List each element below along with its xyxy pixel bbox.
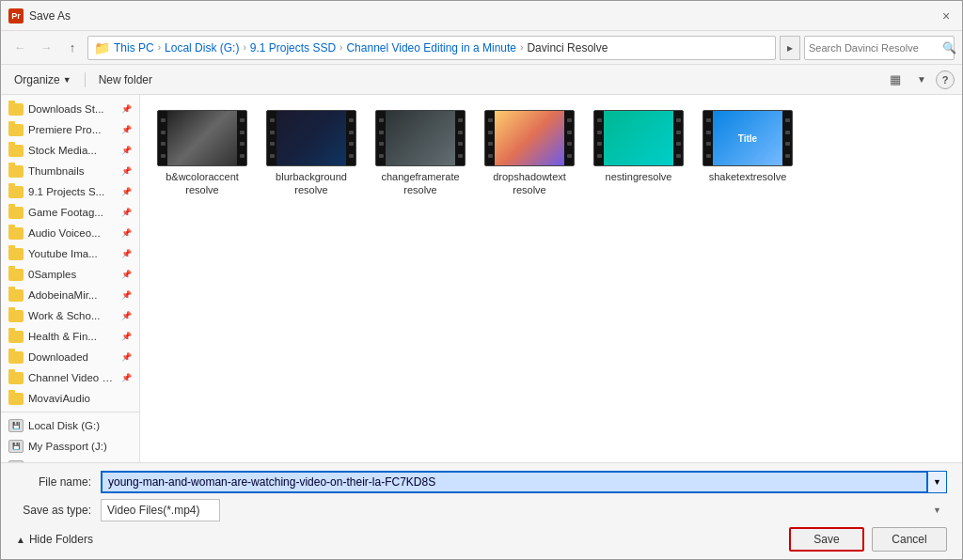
view-dropdown-button[interactable]: ▼ (909, 69, 934, 91)
film-strip-right (346, 111, 355, 165)
savetype-select[interactable]: Video Files(*.mp4) (101, 499, 220, 521)
folder-icon (8, 227, 24, 240)
breadcrumb-projects[interactable]: 9.1 Projects SSD (250, 41, 336, 54)
sidebar-item-premiere[interactable]: Premiere Pro... 📌 (1, 119, 139, 140)
help-button[interactable]: ? (936, 70, 955, 89)
filename-dropdown-arrow[interactable]: ▼ (928, 471, 947, 493)
file-thumbnail (593, 110, 684, 166)
sidebar-item-audio[interactable]: Audio Voiceo... 📌 (1, 223, 139, 243)
file-thumbnail (484, 110, 575, 166)
view-toggle-button[interactable]: ▦ (883, 69, 908, 91)
folder-icon (8, 248, 24, 260)
hide-folders-button[interactable]: ▲ Hide Folders (16, 533, 93, 546)
save-as-dialog: Pr Save As × ← → ↑ 📁 This PC › Local Dis… (0, 0, 963, 560)
file-item-framerate[interactable]: changeframerateresolve (373, 106, 467, 201)
up-button[interactable]: ↑ (61, 37, 84, 59)
toolbar-separator (85, 72, 86, 87)
refresh-button[interactable]: ▸ (780, 36, 800, 60)
savetype-row: Save as type: Video Files(*.mp4) (16, 499, 947, 521)
cancel-button[interactable]: Cancel (872, 527, 947, 552)
thumbnail-image (604, 111, 673, 165)
back-button[interactable]: ← (8, 37, 31, 59)
folder-icon (8, 145, 24, 157)
sidebar-item-game[interactable]: Game Footag... 📌 (1, 202, 139, 223)
sidebar-item-movavi[interactable]: MovaviAudio (1, 388, 139, 409)
sidebar-item-health[interactable]: Health & Fin... 📌 (1, 326, 139, 347)
thumbnail-image (167, 111, 237, 165)
pin-icon: 📌 (121, 228, 132, 238)
drive-icon: 💾 (8, 440, 24, 453)
pin-icon: 📌 (121, 249, 132, 258)
file-name: b&wcoloraccentresolve (166, 170, 239, 197)
film-strip-right (237, 111, 246, 165)
close-button[interactable]: × (938, 8, 955, 24)
sidebar-drive-passport1[interactable]: 💾 My Passport (J:) (1, 436, 139, 457)
file-thumbnail (375, 110, 466, 166)
folder-icon (8, 331, 24, 343)
file-item-blur[interactable]: blurbackgroundresolve (264, 106, 358, 201)
sidebar-item-work[interactable]: Work & Scho... 📌 (1, 305, 139, 326)
breadcrumb-bar: 📁 This PC › Local Disk (G:) › 9.1 Projec… (87, 36, 776, 60)
breadcrumb-channel[interactable]: Channel Video Editing in a Minute (346, 41, 516, 54)
breadcrumb-localdisk[interactable]: Local Disk (G:) (165, 41, 239, 54)
filename-row: File name: ▼ (16, 471, 947, 493)
filename-input[interactable] (101, 471, 928, 493)
sidebar-item-adobe[interactable]: AdobeinaMir... 📌 (1, 285, 139, 305)
sidebar-item-downloads[interactable]: Downloads St... 📌 (1, 99, 139, 119)
folder-icon (8, 310, 24, 322)
folder-icon (8, 372, 24, 384)
sidebar-item-thumbnails[interactable]: Thumbnails 📌 (1, 161, 139, 181)
thumbnail-image: Title (713, 111, 782, 165)
file-name: changeframerateresolve (381, 170, 459, 197)
file-name: shaketextresolve (709, 170, 787, 183)
folder-icon (8, 351, 24, 364)
sidebar-item-youtube[interactable]: Youtube Ima... 📌 (1, 243, 139, 264)
savetype-select-wrapper: Video Files(*.mp4) (101, 499, 947, 521)
sidebar-divider (1, 412, 139, 412)
sidebar-item-channel[interactable]: Channel Video E... 📌 (1, 367, 139, 388)
organize-button[interactable]: Organize ▼ (8, 69, 77, 91)
main-area: Downloads St... 📌 Premiere Pro... 📌 Stoc… (1, 95, 962, 462)
bottom-bar: File name: ▼ Save as type: Video Files(*… (1, 462, 962, 559)
file-name: nestingresolve (606, 170, 672, 183)
pin-icon: 📌 (121, 166, 132, 176)
sidebar-item-stock[interactable]: Stock Media... 📌 (1, 140, 139, 161)
folder-icon (8, 186, 24, 198)
folder-icon (8, 124, 24, 136)
sidebar-item-downloaded[interactable]: Downloaded 📌 (1, 347, 139, 367)
dialog-title: Save As (29, 9, 71, 23)
new-folder-button[interactable]: New folder (93, 69, 158, 91)
search-input[interactable] (805, 42, 942, 54)
sidebar-item-samples[interactable]: 0Samples 📌 (1, 264, 139, 285)
folder-icon (8, 269, 24, 281)
file-item-bwcolor[interactable]: b&wcoloraccentresolve (155, 106, 249, 201)
pin-icon: 📌 (121, 208, 132, 217)
file-name: dropshadowtextresolve (493, 170, 566, 197)
file-item-nesting[interactable]: nestingresolve (592, 106, 686, 201)
search-icon[interactable]: 🔍 (942, 37, 956, 59)
film-strip-right (782, 111, 792, 165)
app-icon: Pr (8, 8, 24, 23)
file-area: b&wcoloraccentresolve blurbackgroundreso… (140, 95, 962, 462)
film-strip-left (594, 111, 604, 165)
file-item-shaketext[interactable]: Title shaketextresolve (701, 106, 795, 201)
navigation-bar: ← → ↑ 📁 This PC › Local Disk (G:) › 9.1 … (1, 31, 962, 65)
save-button[interactable]: Save (789, 527, 864, 552)
folder-icon (8, 289, 24, 302)
forward-button[interactable]: → (35, 37, 57, 59)
drive-icon: 💾 (8, 419, 24, 432)
file-item-dropshadow[interactable]: dropshadowtextresolve (482, 106, 576, 201)
view-options: ▦ ▼ ? (883, 69, 955, 91)
pin-icon: 📌 (121, 352, 132, 362)
pin-icon: 📌 (121, 146, 132, 155)
file-grid: b&wcoloraccentresolve blurbackgroundreso… (155, 106, 947, 201)
thumbnail-image (386, 111, 455, 165)
thumbnail-image (495, 111, 564, 165)
sidebar-item-projects[interactable]: 9.1 Projects S... 📌 (1, 181, 139, 202)
organize-dropdown-icon: ▼ (63, 75, 71, 85)
thumbnail-image (276, 111, 346, 165)
pin-icon: 📌 (121, 373, 132, 382)
file-thumbnail (266, 110, 356, 166)
sidebar-drive-local[interactable]: 💾 Local Disk (G:) (1, 415, 139, 436)
breadcrumb-thispc[interactable]: This PC (114, 41, 154, 54)
